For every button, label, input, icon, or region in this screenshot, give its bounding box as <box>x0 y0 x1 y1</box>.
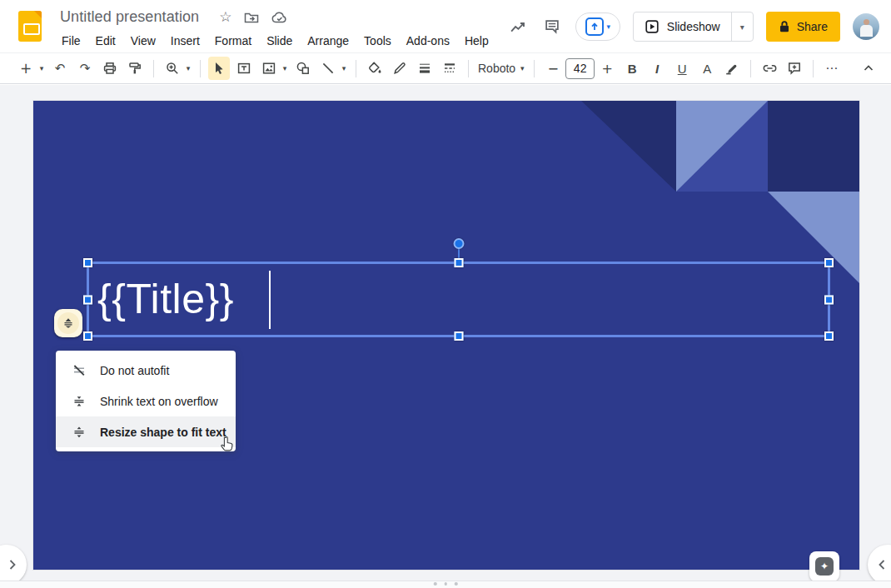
menu-addons[interactable]: Add-ons <box>399 32 457 50</box>
app-header: Untitled presentation ☆ File Edit View I… <box>0 0 891 52</box>
rotation-handle[interactable] <box>453 238 464 249</box>
paint-format-button[interactable] <box>124 57 146 80</box>
resize-handle-nw[interactable] <box>83 258 92 267</box>
menu-slide[interactable]: Slide <box>259 32 300 50</box>
bold-button[interactable]: B <box>621 57 643 80</box>
explore-button[interactable]: ✦ <box>809 551 839 581</box>
menu-item-resize-shape[interactable]: Resize shape to fit text <box>56 416 236 447</box>
text-cursor <box>269 271 271 329</box>
comments-icon[interactable] <box>541 16 563 37</box>
separator <box>813 60 814 77</box>
activity-trend-icon[interactable] <box>507 16 529 37</box>
separator <box>534 60 535 77</box>
undo-button[interactable]: ↶ <box>49 57 71 80</box>
add-comment-button[interactable] <box>784 57 805 80</box>
slides-logo-icon[interactable] <box>18 11 42 42</box>
insert-image-button[interactable] <box>258 57 280 80</box>
menu-file[interactable]: File <box>54 32 88 50</box>
title-text-box[interactable]: {{Title}} <box>87 262 830 337</box>
separator <box>356 60 356 77</box>
share-button[interactable]: Share <box>766 12 840 42</box>
separator <box>468 60 469 77</box>
star-icon[interactable]: ☆ <box>219 10 231 24</box>
autofit-options-badge[interactable] <box>54 309 82 337</box>
border-dash-button[interactable] <box>439 57 460 80</box>
text-color-button[interactable]: A <box>696 57 718 80</box>
zoom-tool-button[interactable] <box>162 57 183 80</box>
editing-canvas: {{Title}} Do not autofit <box>0 85 891 581</box>
speaker-notes-divider <box>0 581 891 588</box>
sparkle-icon: ✦ <box>820 561 829 572</box>
resize-handle-w[interactable] <box>83 295 92 304</box>
text-box-tool-button[interactable] <box>233 57 255 80</box>
resize-shape-icon <box>71 425 87 440</box>
line-tool-button[interactable] <box>317 57 339 80</box>
resize-handle-ne[interactable] <box>824 258 834 267</box>
new-slide-caret-icon[interactable]: ▾ <box>37 64 47 72</box>
cloud-saved-icon[interactable] <box>271 11 288 24</box>
menu-item-do-not-autofit[interactable]: Do not autofit <box>56 355 236 386</box>
redo-button[interactable]: ↷ <box>74 57 96 80</box>
present-to-meeting-button[interactable]: ▾ <box>575 12 620 41</box>
autofit-dropdown-menu: Do not autofit Shrink text on overflow R… <box>56 351 236 451</box>
menu-arrange[interactable]: Arrange <box>300 32 356 50</box>
font-size-input[interactable] <box>565 58 595 79</box>
font-family-select[interactable]: Roboto <box>475 62 519 75</box>
document-title[interactable]: Untitled presentation <box>60 8 199 26</box>
do-not-autofit-icon <box>71 363 87 378</box>
menu-item-shrink-text[interactable]: Shrink text on overflow <box>56 386 236 416</box>
italic-button[interactable]: I <box>646 57 668 80</box>
slideshow-button[interactable]: Slideshow <box>634 12 731 41</box>
menu-help[interactable]: Help <box>457 32 496 50</box>
resize-handle-s[interactable] <box>454 331 463 341</box>
font-caret-icon[interactable]: ▾ <box>517 64 527 72</box>
autofit-icon <box>62 317 74 329</box>
underline-button[interactable]: U <box>671 57 693 80</box>
menu-item-label: Do not autofit <box>100 364 169 377</box>
menu-item-label: Resize shape to fit text <box>100 426 226 439</box>
expand-filmstrip-button[interactable] <box>0 545 27 581</box>
new-slide-button[interactable]: + <box>15 57 37 80</box>
border-color-button[interactable] <box>389 57 411 80</box>
increase-font-size-button[interactable]: + <box>596 57 618 80</box>
menu-tools[interactable]: Tools <box>356 32 399 50</box>
slideshow-options-caret[interactable]: ▾ <box>731 12 753 41</box>
decrease-font-size-button[interactable]: − <box>542 57 564 80</box>
zoom-caret-icon[interactable]: ▾ <box>183 64 193 72</box>
slide[interactable]: {{Title}} <box>33 101 859 570</box>
resize-handle-n[interactable] <box>454 258 463 267</box>
title-placeholder-text[interactable]: {{Title}} <box>97 264 234 335</box>
menu-item-label: Shrink text on overflow <box>100 395 218 408</box>
print-button[interactable] <box>99 57 121 80</box>
notes-drag-handle[interactable] <box>434 582 458 586</box>
menu-format[interactable]: Format <box>207 32 259 50</box>
more-options-button[interactable]: ⋯ <box>821 57 843 80</box>
resize-handle-sw[interactable] <box>83 331 92 341</box>
menu-view[interactable]: View <box>123 32 163 50</box>
resize-handle-se[interactable] <box>824 331 834 341</box>
line-caret-icon[interactable]: ▾ <box>339 64 349 72</box>
separator <box>200 60 201 77</box>
image-caret-icon[interactable]: ▾ <box>280 64 290 72</box>
fill-color-button[interactable] <box>364 57 386 80</box>
menu-insert[interactable]: Insert <box>163 32 207 50</box>
resize-handle-e[interactable] <box>824 295 834 304</box>
present-up-arrow-icon <box>585 17 604 36</box>
insert-link-button[interactable] <box>759 57 780 80</box>
play-icon <box>645 19 660 34</box>
slide-deco-light-square <box>676 101 768 192</box>
menubar: File Edit View Insert Format Slide Arran… <box>54 32 496 50</box>
move-folder-icon[interactable] <box>244 11 259 24</box>
lock-icon <box>779 20 790 33</box>
menu-edit[interactable]: Edit <box>88 32 123 50</box>
chevron-right-icon <box>7 559 18 571</box>
collapse-menus-button[interactable] <box>858 57 879 80</box>
collapse-sidebar-button[interactable] <box>868 545 891 581</box>
account-avatar[interactable] <box>853 13 879 40</box>
slide-deco-dark-triangle <box>581 101 676 192</box>
select-tool-button[interactable] <box>208 57 230 80</box>
shape-tool-button[interactable] <box>292 57 314 80</box>
border-weight-button[interactable] <box>414 57 436 80</box>
slide-deco-mid-triangle <box>676 101 768 192</box>
highlight-color-button[interactable] <box>721 57 743 80</box>
